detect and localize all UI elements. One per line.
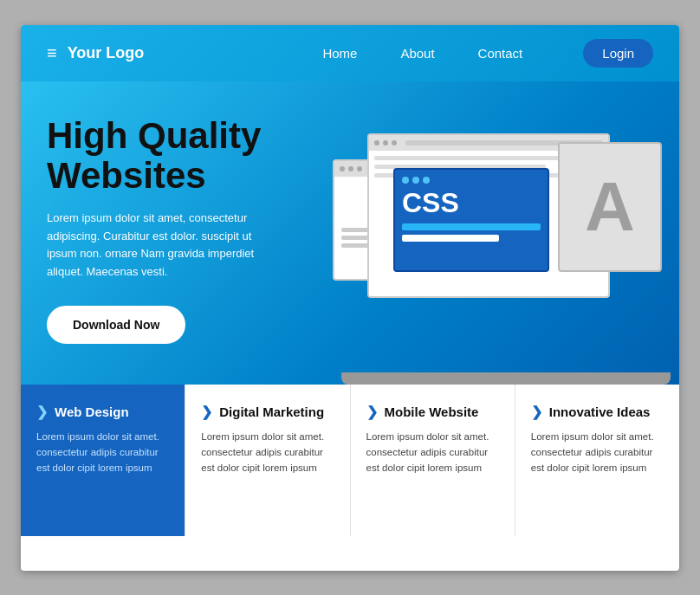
hero-text: High Quality Websites Lorem ipsum dolor … <box>47 116 324 345</box>
feature-title: Innovative Ideas <box>549 404 651 419</box>
css-dots <box>402 177 541 184</box>
line-decoration <box>374 156 580 160</box>
typography-letter: A <box>585 167 635 247</box>
feature-header: ❯ Digital Marketing <box>201 404 334 420</box>
css-dot-icon <box>412 177 419 184</box>
feature-mobile-website: ❯ Mobile Website Lorem ipsum dolor sit a… <box>351 385 515 536</box>
css-dot-icon <box>402 177 409 184</box>
feature-header: ❯ Web Design <box>36 404 169 420</box>
feature-description: Lorem ipsum dolor sit amet. consectetur … <box>366 429 499 476</box>
download-now-button[interactable]: Download Now <box>47 306 185 344</box>
feature-title: Mobile Website <box>385 404 479 419</box>
feature-digital-marketing: ❯ Digital Marketing Lorem ipsum dolor si… <box>185 385 350 536</box>
dot-icon <box>374 140 379 146</box>
feature-description: Lorem ipsum dolor sit amet. consectetur … <box>201 429 334 476</box>
css-label: CSS <box>402 189 541 217</box>
nav-link-home[interactable]: Home <box>322 46 357 61</box>
dot-icon <box>340 166 345 171</box>
dot-icon <box>357 166 362 171</box>
dot-icon <box>383 140 388 146</box>
feature-header: ❯ Innovative Ideas <box>531 404 664 420</box>
feature-title: Digital Marketing <box>219 404 324 419</box>
chevron-right-icon: ❯ <box>36 404 48 420</box>
css-bar-short <box>402 235 499 242</box>
feature-innovative-ideas: ❯ Innovative Ideas Lorem ipsum dolor sit… <box>515 385 679 536</box>
chevron-right-icon: ❯ <box>201 404 212 420</box>
typography-card: A <box>558 142 662 272</box>
feature-header: ❯ Mobile Website <box>366 404 499 420</box>
hero-subtitle: Lorem ipsum dolor sit amet, consectetur … <box>47 210 272 281</box>
feature-description: Lorem ipsum dolor sit amet. consectetur … <box>36 429 169 476</box>
chevron-right-icon: ❯ <box>366 404 378 420</box>
features-section: ❯ Web Design Lorem ipsum dolor sit amet.… <box>21 385 679 536</box>
navbar: ≡ Your Logo Home About Contact Login <box>21 25 679 81</box>
nav-logo: Your Logo <box>68 44 323 62</box>
hero-illustration: CSS A <box>341 116 653 376</box>
nav-links: Home About Contact Login <box>322 39 653 68</box>
css-dot-icon <box>423 177 430 184</box>
feature-description: Lorem ipsum dolor sit amet. consectetur … <box>531 429 664 476</box>
hero-title: High Quality Websites <box>47 116 324 196</box>
browser-window: ≡ Your Logo Home About Contact Login Hig… <box>21 25 679 571</box>
feature-web-design: ❯ Web Design Lorem ipsum dolor sit amet.… <box>21 385 185 536</box>
css-card: CSS <box>393 168 549 272</box>
nav-link-about[interactable]: About <box>400 46 434 61</box>
laptop-bottom <box>341 372 671 385</box>
css-bar <box>402 223 541 230</box>
nav-link-contact[interactable]: Contact <box>478 46 523 61</box>
dot-icon <box>348 166 353 171</box>
login-button[interactable]: Login <box>583 39 653 68</box>
hero-section: High Quality Websites Lorem ipsum dolor … <box>21 81 679 385</box>
dot-icon <box>392 140 397 146</box>
chevron-right-icon: ❯ <box>531 404 542 420</box>
hamburger-icon[interactable]: ≡ <box>47 43 57 63</box>
feature-title: Web Design <box>55 404 129 419</box>
